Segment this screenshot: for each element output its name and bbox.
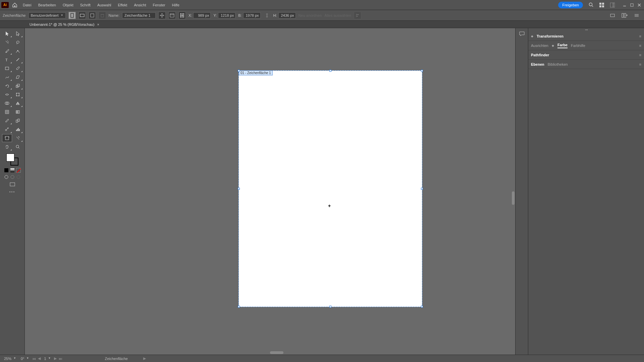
artboard[interactable]: 01 - Zeichenfläche 1 — [238, 70, 422, 307]
free-transform-tool[interactable] — [13, 90, 23, 99]
search-icon[interactable] — [587, 1, 595, 9]
orientation-portrait-button[interactable] — [68, 12, 76, 19]
window-maximize-icon[interactable] — [629, 2, 635, 8]
transform-panel-menu-icon[interactable]: ≡ — [639, 34, 641, 38]
draw-behind-button[interactable] — [10, 174, 15, 180]
draw-normal-button[interactable] — [4, 174, 9, 180]
zoom-tool[interactable] — [13, 143, 23, 151]
document-tab[interactable]: Unbenannt-1* @ 25 % (RGB/Vorschau) × — [26, 21, 103, 27]
rotation-dropdown[interactable]: 0°▼ — [19, 356, 30, 361]
reference-point-button[interactable] — [178, 12, 186, 19]
fill-stroke-swatch[interactable] — [6, 153, 19, 166]
selection-tool[interactable] — [2, 29, 12, 38]
link-wh-button[interactable] — [263, 12, 271, 19]
menu-fenster[interactable]: Fenster — [150, 2, 168, 8]
align-button[interactable] — [354, 12, 361, 19]
direct-selection-tool[interactable] — [13, 29, 23, 38]
menu-auswahl[interactable]: Auswahl — [95, 2, 114, 8]
arrange-grid-icon[interactable] — [598, 1, 606, 9]
rectangle-tool[interactable] — [2, 64, 12, 72]
move-artwork-button[interactable] — [158, 12, 166, 19]
perspective-grid-tool[interactable] — [13, 99, 23, 107]
handle-mid-left[interactable] — [238, 188, 240, 190]
window-minimize-icon[interactable] — [621, 2, 628, 8]
pathfinder-panel-menu-icon[interactable]: ≡ — [639, 53, 641, 57]
arrange-split-icon[interactable] — [608, 1, 616, 9]
preset-dropdown[interactable]: Benutzerdefiniert▼ — [29, 12, 66, 18]
blend-tool[interactable] — [13, 117, 23, 125]
window-close-icon[interactable] — [636, 2, 643, 8]
gpu-preview-icon[interactable] — [608, 11, 616, 19]
artboard-tool[interactable] — [2, 134, 12, 142]
handle-mid-right[interactable] — [421, 188, 423, 190]
handle-bot-mid[interactable] — [329, 306, 331, 308]
menu-ansicht[interactable]: Ansicht — [131, 2, 149, 8]
color-panel-tab[interactable]: Farbe — [557, 43, 568, 48]
paintbrush-tool[interactable] — [13, 64, 23, 72]
edit-toolbar-button[interactable]: ••• — [9, 190, 15, 194]
handle-top-mid[interactable] — [329, 70, 331, 72]
slice-tool[interactable] — [13, 134, 23, 142]
libraries-panel-tab[interactable]: Bibliotheken — [548, 62, 568, 66]
home-icon[interactable] — [11, 1, 19, 9]
x-input[interactable] — [193, 12, 211, 18]
screen-mode-button[interactable] — [7, 182, 17, 187]
w-input[interactable] — [243, 12, 261, 18]
menu-datei[interactable]: Datei — [20, 2, 34, 8]
handle-top-right[interactable] — [421, 70, 423, 72]
layers-panel-tab[interactable]: Ebenen — [531, 62, 544, 66]
lasso-tool[interactable] — [13, 38, 23, 46]
mesh-tool[interactable] — [2, 108, 12, 116]
share-button[interactable]: Freigeben — [558, 2, 583, 8]
width-tool[interactable] — [2, 90, 12, 99]
type-tool[interactable]: T — [2, 56, 12, 64]
draw-inside-button[interactable] — [16, 174, 21, 180]
handle-bot-right[interactable] — [421, 306, 423, 308]
hand-tool[interactable] — [2, 143, 12, 151]
menu-hilfe[interactable]: Hilfe — [169, 2, 182, 8]
rotate-tool[interactable] — [2, 82, 12, 90]
transform-panel-tab[interactable]: Transformieren — [537, 34, 564, 38]
scale-tool[interactable] — [13, 82, 23, 90]
comments-panel-icon[interactable] — [519, 31, 525, 37]
artboard-first-icon[interactable]: ⏮ — [32, 357, 36, 361]
colorguide-panel-tab[interactable]: Farbhilfe — [571, 44, 585, 48]
magic-wand-tool[interactable] — [2, 38, 12, 46]
handle-bot-left[interactable] — [238, 306, 240, 308]
color-panel-menu-icon[interactable]: ≡ — [639, 44, 641, 48]
eyedropper-tool[interactable] — [2, 117, 12, 125]
delete-artboard-button[interactable] — [99, 12, 106, 19]
layers-panel-menu-icon[interactable]: ≡ — [639, 62, 641, 66]
menu-schrift[interactable]: Schrift — [77, 2, 93, 8]
shape-builder-tool[interactable] — [2, 99, 12, 107]
handle-top-left[interactable] — [238, 70, 240, 72]
menu-bearbeiten[interactable]: Bearbeiten — [36, 2, 59, 8]
line-tool[interactable] — [13, 56, 23, 64]
y-input[interactable] — [218, 12, 235, 18]
gradient-mode-button[interactable] — [10, 168, 15, 173]
pathfinder-panel-tab[interactable]: Pathfinder — [531, 53, 549, 57]
artboard-last-icon[interactable]: ⏭ — [59, 357, 62, 361]
symbol-sprayer-tool[interactable] — [2, 125, 12, 133]
scrollbar-horizontal[interactable] — [270, 351, 283, 354]
gradient-tool[interactable] — [13, 108, 23, 116]
color-mode-button[interactable] — [4, 168, 9, 173]
h-input[interactable] — [278, 12, 296, 18]
artboard-nav-dropdown[interactable]: 1▼ — [43, 356, 52, 361]
fill-swatch[interactable] — [6, 154, 14, 162]
eraser-tool[interactable] — [13, 73, 23, 81]
prefs-icon[interactable]: ▾ — [621, 11, 629, 19]
column-graph-tool[interactable] — [13, 125, 23, 133]
artboard-next-icon[interactable]: ▶ — [54, 356, 57, 361]
tab-close-icon[interactable]: × — [97, 22, 99, 26]
panel-menu-icon[interactable] — [633, 11, 641, 19]
curvature-tool[interactable] — [13, 47, 23, 55]
artboard-options-button[interactable] — [168, 12, 176, 19]
pen-tool[interactable] — [2, 47, 12, 55]
zoom-dropdown[interactable]: 25%▼ — [3, 356, 17, 361]
artboard-prev-icon[interactable]: ◀ — [38, 356, 41, 361]
canvas-area[interactable]: 01 - Zeichenfläche 1 + — [25, 28, 515, 355]
scrollbar-vertical[interactable] — [512, 191, 515, 205]
menu-objekt[interactable]: Objekt — [60, 2, 76, 8]
shaper-tool[interactable] — [2, 73, 12, 81]
